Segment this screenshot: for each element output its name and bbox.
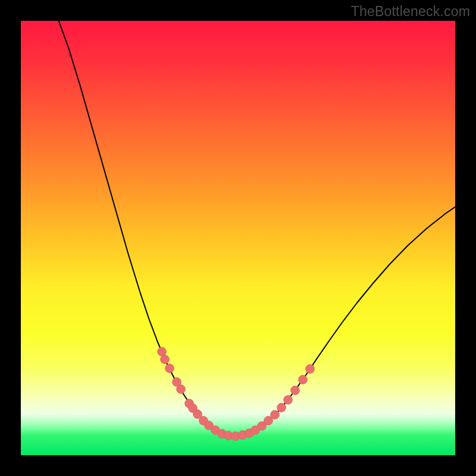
bead-icon: [284, 396, 293, 405]
bottleneck-curve: [57, 21, 455, 436]
plot-area: [21, 21, 455, 455]
watermark-text: TheBottleneck.com: [351, 4, 470, 20]
bead-icon: [277, 403, 286, 412]
bead-icon: [306, 365, 315, 374]
bead-icon: [177, 385, 186, 394]
bead-icon: [271, 411, 280, 419]
frame: TheBottleneck.com: [0, 0, 476, 476]
bead-icon: [299, 375, 308, 384]
bead-icon: [161, 355, 170, 364]
curve-layer: [21, 21, 455, 455]
bead-icon: [165, 364, 174, 373]
bead-icon: [291, 386, 300, 395]
sample-beads: [158, 347, 315, 441]
